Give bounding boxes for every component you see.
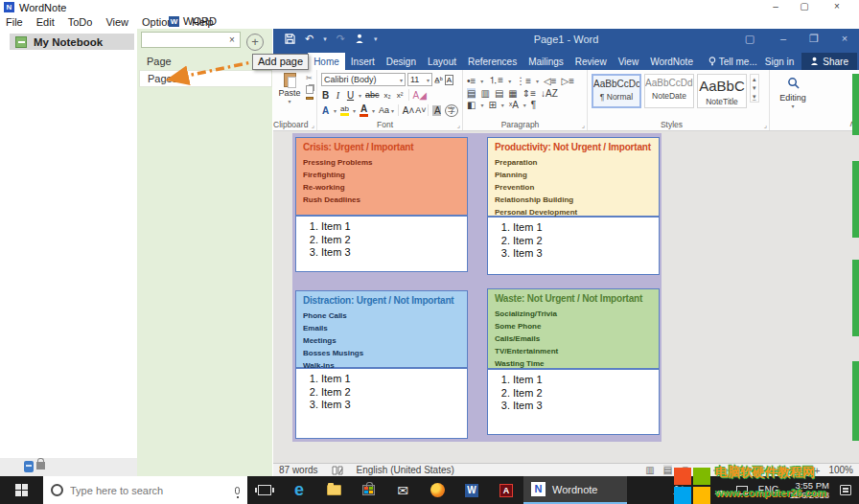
underline-button[interactable]: U — [346, 90, 355, 101]
print-layout-icon[interactable]: ▤ — [663, 465, 672, 475]
underline-dropdown-icon[interactable]: ▾ — [359, 92, 361, 99]
taskbar-item-edge[interactable]: e — [282, 476, 316, 504]
quadrant-waste-header[interactable]: Waste: Not Urgent / Not Important Social… — [487, 288, 660, 369]
read-mode-icon[interactable]: ▥ — [645, 465, 654, 475]
zoom-level[interactable]: 100% — [828, 465, 853, 475]
sort-icon[interactable]: ↓AZ — [541, 88, 558, 99]
add-page-button[interactable]: + — [246, 34, 264, 51]
tab-review[interactable]: Review — [569, 53, 613, 70]
tab-view[interactable]: View — [613, 53, 645, 70]
borders-dropdown-icon[interactable]: ▾ — [501, 102, 504, 108]
numbered-item[interactable]: Item 1 — [321, 373, 467, 386]
clipboard-dialog-launcher[interactable]: ⌟ — [312, 122, 314, 129]
taskbar-item-file-explorer[interactable] — [316, 476, 351, 504]
taskbar-item-store[interactable] — [351, 476, 385, 504]
sign-in-button[interactable]: Sign in — [765, 57, 795, 67]
word-restore-icon[interactable]: ❐ — [801, 33, 827, 45]
minimize-icon[interactable]: – — [763, 0, 788, 14]
mini-notebook-icon[interactable] — [24, 461, 34, 472]
numbered-item[interactable]: Item 2 — [321, 386, 467, 400]
taskbar-item-mail[interactable]: ✉ — [385, 476, 420, 504]
font-dialog-launcher[interactable]: ⌟ — [457, 122, 460, 129]
text-effects-dropdown-icon[interactable]: ▾ — [334, 107, 337, 114]
numbered-item[interactable]: Item 3 — [321, 399, 467, 412]
lock-icon[interactable] — [36, 462, 45, 470]
clear-search-icon[interactable]: × — [224, 34, 240, 45]
subscript-button[interactable]: x₂ — [383, 91, 392, 100]
shrink-font-icon[interactable]: A˅ — [415, 105, 424, 115]
quadrant-crisis-list[interactable]: Item 1Item 2Item 3 — [295, 216, 468, 272]
asian-layout-icon[interactable]: ˣA — [509, 100, 519, 110]
numbered-item[interactable]: Item 1 — [513, 221, 659, 235]
highlight-dropdown-icon[interactable]: ▾ — [353, 107, 356, 114]
copy-icon[interactable] — [306, 85, 313, 94]
zoom-in-icon[interactable]: + — [814, 465, 820, 476]
quadrant-productivity-list[interactable]: Item 1Item 2Item 3 — [487, 217, 660, 275]
close-icon[interactable]: × — [824, 0, 849, 14]
quadrant-productivity-header[interactable]: Productivity: Not Urgent / Important Pre… — [487, 137, 660, 217]
tab-mailings[interactable]: Mailings — [522, 53, 569, 70]
superscript-button[interactable]: x² — [396, 91, 405, 100]
styles-scroll-up-icon[interactable]: ▴ — [753, 76, 756, 83]
zoom-slider[interactable] — [713, 470, 805, 471]
strikethrough-button[interactable]: abc — [365, 90, 380, 100]
taskbar-item-acrobat[interactable]: A — [489, 476, 523, 504]
font-size-select[interactable]: 11 ▾ — [407, 73, 432, 86]
font-color-dropdown-icon[interactable]: ▾ — [372, 107, 375, 114]
quadrant-crisis-header[interactable]: Crisis: Urgent / Important Pressing Prob… — [295, 137, 468, 216]
styles-more-icon[interactable]: ▾̲ — [753, 93, 756, 101]
align-center-icon[interactable]: ▥ — [480, 88, 489, 99]
word-menu-button[interactable]: W WORD — [169, 15, 217, 27]
clear-formatting-icon[interactable]: A◢ — [413, 90, 427, 101]
clock[interactable]: 3:55 PM 11/6/2018 — [789, 481, 829, 500]
decrease-indent-icon[interactable]: ◁≡ — [544, 76, 557, 86]
document-area[interactable]: Crisis: Urgent / Important Pressing Prob… — [273, 131, 859, 463]
tab-references[interactable]: References — [462, 53, 522, 70]
enclose-character-icon[interactable]: 字 — [445, 104, 458, 117]
numbering-icon[interactable]: ⒈≡ — [488, 74, 503, 87]
web-layout-icon[interactable]: ▢ — [681, 465, 689, 475]
tab-design[interactable]: Design — [381, 53, 422, 70]
shading-icon[interactable]: ◧ — [467, 100, 476, 110]
asian-layout-dropdown-icon[interactable]: ▾ — [523, 102, 526, 108]
word-count[interactable]: 87 words — [279, 465, 318, 475]
maximize-icon[interactable]: ▢ — [792, 0, 817, 14]
styles-dialog-launcher[interactable]: ⌟ — [764, 122, 767, 129]
menu-item[interactable]: File — [6, 16, 23, 28]
tray-expand-icon[interactable]: ∧ — [697, 486, 704, 495]
taskbar-item-word[interactable]: W — [454, 476, 489, 504]
increase-indent-icon[interactable]: ▷≡ — [562, 76, 575, 86]
character-shading-icon[interactable]: A — [432, 105, 441, 116]
menu-item[interactable]: Edit — [36, 16, 55, 28]
action-center-icon[interactable] — [840, 485, 851, 495]
page-search-input[interactable] — [142, 34, 224, 45]
tab-insert[interactable]: Insert — [345, 53, 381, 70]
numbered-item[interactable]: Item 3 — [321, 246, 467, 260]
bullets-icon[interactable]: •≡ — [467, 76, 476, 86]
bullets-dropdown-icon[interactable]: ▾ — [480, 78, 483, 84]
phonetic-guide-icon[interactable]: A̲ᵇ — [434, 76, 443, 84]
language-indicator[interactable]: ENG — [758, 485, 779, 495]
ribbon-display-options-icon[interactable]: ▢ — [736, 33, 763, 45]
text-effects-icon[interactable]: A — [321, 105, 330, 116]
eisenhower-matrix-table[interactable]: Crisis: Urgent / Important Pressing Prob… — [292, 133, 662, 442]
bold-button[interactable]: B — [321, 90, 330, 101]
multilevel-list-icon[interactable]: ⋮≡ — [516, 76, 531, 86]
device-icon[interactable] — [736, 486, 748, 494]
quadrant-distraction-list[interactable]: Item 1Item 2Item 3 — [295, 368, 468, 439]
tab-home[interactable]: Home — [308, 53, 345, 70]
numbered-item[interactable]: Item 3 — [513, 247, 659, 261]
quadrant-waste-list[interactable]: Item 1Item 2Item 3 — [487, 369, 660, 435]
start-button[interactable] — [0, 476, 43, 504]
style-notetitle[interactable]: AaBbC NoteTitle — [697, 74, 747, 108]
line-spacing-icon[interactable]: ⇕≡ — [522, 88, 536, 99]
people-icon[interactable] — [672, 485, 686, 495]
microphone-icon[interactable] — [235, 487, 240, 494]
multilevel-dropdown-icon[interactable]: ▾ — [536, 78, 539, 84]
share-button[interactable]: Share — [801, 53, 857, 70]
numbered-item[interactable]: Item 2 — [513, 235, 659, 248]
numbered-item[interactable]: Item 2 — [321, 234, 467, 247]
styles-scroll-down-icon[interactable]: ▾ — [753, 84, 756, 92]
paragraph-dialog-launcher[interactable]: ⌟ — [582, 122, 585, 129]
menu-item[interactable]: ToDo — [68, 16, 93, 28]
